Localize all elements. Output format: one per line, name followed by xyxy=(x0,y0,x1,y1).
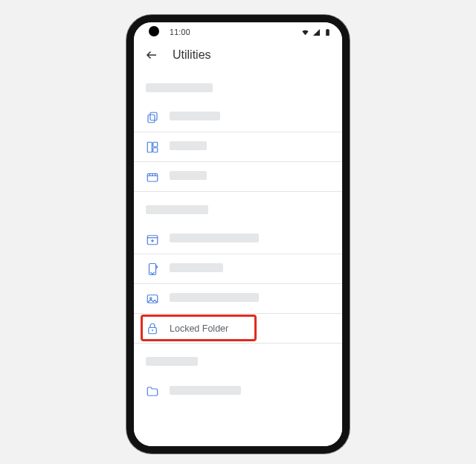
screen: 11:00 Utilities Locked Folder xyxy=(134,22,342,446)
list-item-label xyxy=(170,386,241,397)
list-item-label xyxy=(170,171,207,182)
list-item[interactable] xyxy=(134,284,342,314)
status-bar: 11:00 xyxy=(134,22,342,42)
svg-rect-0 xyxy=(150,112,157,120)
movie-icon xyxy=(146,170,159,184)
list-item-label xyxy=(170,263,223,274)
image-icon xyxy=(146,292,159,306)
section-header xyxy=(146,357,330,366)
list-item-icon xyxy=(146,292,159,306)
svg-rect-2 xyxy=(147,142,152,152)
collage-icon xyxy=(146,141,159,154)
svg-rect-7 xyxy=(149,263,156,274)
section-header xyxy=(146,205,330,214)
list-item-label xyxy=(170,141,207,152)
list-item-icon xyxy=(146,322,159,335)
phone-frame: 11:00 Utilities Locked Folder xyxy=(126,15,350,454)
list-item-icon xyxy=(146,262,159,276)
list-item-label: Locked Folder xyxy=(170,323,228,334)
placeholder-text xyxy=(146,83,213,92)
back-button[interactable] xyxy=(144,48,159,62)
list-item[interactable] xyxy=(134,376,342,406)
placeholder-text xyxy=(170,386,241,395)
placeholder-text xyxy=(170,233,259,242)
list-item[interactable] xyxy=(134,132,342,162)
list-item-icon xyxy=(146,111,159,124)
phone-save-icon xyxy=(146,262,159,276)
status-time: 11:00 xyxy=(170,28,190,36)
list-item[interactable] xyxy=(134,254,342,284)
add-photo-icon xyxy=(146,233,159,246)
list-item-label xyxy=(170,112,220,123)
list-item[interactable]: Locked Folder xyxy=(134,314,342,344)
battery-icon xyxy=(324,28,332,36)
wifi-icon xyxy=(301,28,309,36)
placeholder-text xyxy=(146,357,198,366)
front-camera xyxy=(149,26,159,36)
page-title: Utilities xyxy=(173,48,211,62)
placeholder-text xyxy=(146,205,208,214)
list-item-label xyxy=(170,293,259,304)
list-item-icon xyxy=(146,141,159,154)
placeholder-text xyxy=(170,293,259,302)
app-header: Utilities xyxy=(134,42,342,70)
list-item-label xyxy=(170,233,259,245)
lock-icon xyxy=(146,322,159,335)
placeholder-text xyxy=(170,171,207,180)
list-item[interactable] xyxy=(134,162,342,192)
copy-icon xyxy=(146,111,159,124)
list-item[interactable] xyxy=(134,225,342,254)
list-item-icon xyxy=(146,170,159,184)
utilities-list: Locked Folder xyxy=(134,83,342,421)
section-header xyxy=(146,83,330,92)
svg-rect-4 xyxy=(153,147,158,152)
svg-rect-1 xyxy=(148,115,155,123)
arrow-left-icon xyxy=(145,48,158,62)
svg-rect-3 xyxy=(153,142,158,146)
svg-point-11 xyxy=(152,329,153,331)
list-item[interactable] xyxy=(134,103,342,132)
placeholder-text xyxy=(170,141,207,150)
list-item-icon xyxy=(146,233,159,246)
folder-icon xyxy=(146,384,159,398)
list-item-icon xyxy=(146,384,159,398)
status-icons xyxy=(301,28,332,36)
placeholder-text xyxy=(170,112,220,120)
placeholder-text xyxy=(170,263,223,272)
signal-icon xyxy=(312,28,321,36)
